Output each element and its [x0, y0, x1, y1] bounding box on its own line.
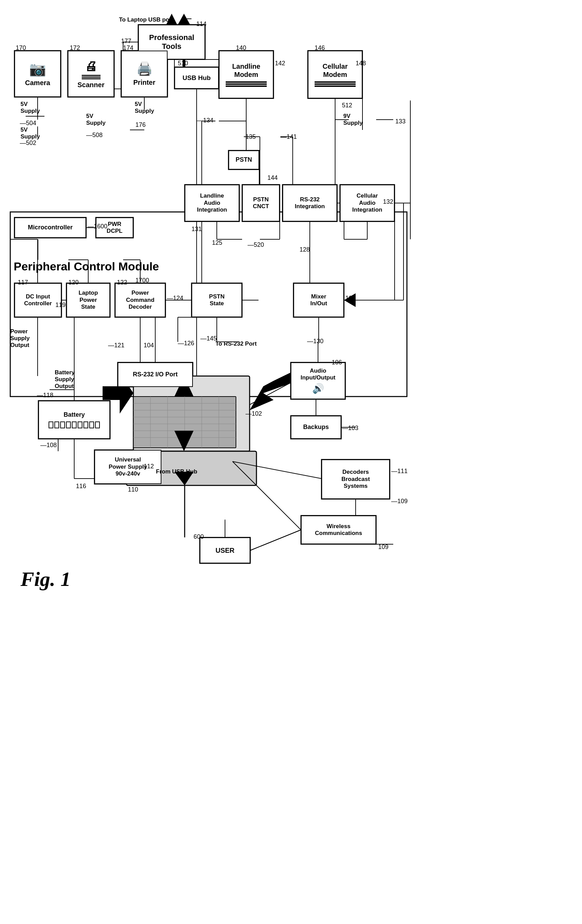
box-power-command: PowerCommandDecoder: [115, 283, 165, 317]
box-landline-modem: LandlineModem: [219, 51, 274, 99]
pwr-dcpl-label: PWRDCPL: [107, 221, 122, 235]
power-command-label: PowerCommandDecoder: [126, 290, 154, 310]
box-user: USER: [200, 537, 250, 563]
svg-rect-114: [133, 376, 250, 451]
ref-1700: 1700: [136, 277, 149, 284]
ref-108: —108: [40, 442, 57, 449]
universal-power-label: UniversalPower Supply90v-240v: [109, 456, 147, 477]
ref-141: —141: [280, 133, 297, 140]
ref-508: —508: [86, 132, 103, 139]
ref-110: 110: [128, 486, 138, 493]
box-laptop-power: LaptopPowerState: [66, 283, 110, 317]
audio-io-label: AudioInput/Output: [301, 368, 336, 381]
svg-line-95: [250, 530, 301, 550]
speaker-icon: 🔊: [312, 383, 324, 394]
ref-116: 116: [76, 483, 86, 490]
landline-modem-label: LandlineModem: [232, 62, 260, 79]
label-to-rs232: To RS-232 Port: [215, 340, 257, 347]
ref-148: 148: [355, 60, 366, 67]
box-battery: Battery: [38, 401, 110, 439]
svg-line-136: [250, 530, 301, 550]
laptop-power-label: LaptopPowerState: [79, 290, 98, 310]
ref-510: 510: [178, 60, 188, 67]
label-5v-cam2: 5VSupply: [20, 127, 40, 140]
pcm-title: Peripheral Control Module: [14, 260, 159, 273]
camera-icon: 📷: [29, 61, 46, 77]
ref-102: —102: [246, 410, 262, 417]
cellular-audio-label: CellularAudioIntegration: [352, 193, 382, 213]
box-pstn-cnct: PSTNCNCT: [242, 185, 280, 221]
svg-marker-98: [164, 437, 178, 448]
ref-111: —111: [391, 468, 408, 475]
ref-124: —124: [167, 295, 183, 302]
rs232-integration-label: RS-232Integration: [295, 196, 325, 210]
box-printer: 🖨️ Printer: [121, 51, 167, 97]
box-mixer: MixerIn/Out: [293, 283, 344, 317]
backups-label: Backups: [303, 424, 329, 431]
microcontroller-label: Microcontroller: [28, 224, 73, 231]
cellular-modem-label: CellularModem: [322, 62, 347, 79]
rs232-port-label: RS-232 I/O Port: [133, 371, 177, 378]
ref-174: 174: [123, 45, 133, 52]
ref-126: —126: [178, 340, 194, 347]
svg-line-99: [240, 381, 294, 410]
ref-106: 106: [332, 359, 342, 366]
box-landline-audio: LandlineAudioIntegration: [185, 185, 240, 221]
ref-140: 140: [236, 45, 246, 52]
box-pstn-state: PSTNState: [192, 283, 242, 317]
ref-122: 122: [117, 279, 127, 286]
box-usb-hub: USB Hub: [174, 67, 219, 89]
label-9v: 9VSupply: [343, 113, 363, 127]
ref-120: 120: [68, 279, 79, 286]
box-pstn-small: PSTN: [228, 150, 259, 170]
professional-tools-label: Professional Tools: [139, 33, 205, 51]
ref-125: 125: [212, 239, 222, 246]
box-camera: 📷 Camera: [14, 51, 61, 97]
ref-103: —103: [342, 424, 358, 432]
svg-marker-129: [174, 431, 193, 451]
ref-118: —118: [37, 392, 53, 399]
box-wireless: WirelessCommunications: [301, 515, 376, 544]
pstn-cnct-label: PSTNCNCT: [253, 196, 269, 210]
ref-144: 144: [268, 174, 278, 182]
box-microcontroller: Microcontroller: [14, 218, 86, 238]
ref-121: —121: [108, 342, 124, 349]
ref-133: 133: [395, 118, 405, 125]
ref-128: 128: [299, 246, 310, 253]
dc-input-label: DC InputController: [24, 293, 51, 307]
ref-109a: —109: [391, 498, 408, 505]
printer-label: Printer: [133, 78, 155, 86]
wireless-label: WirelessCommunications: [315, 523, 362, 537]
box-rs232-port: RS-232 I/O Port: [117, 362, 193, 387]
landline-audio-label: LandlineAudioIntegration: [197, 193, 227, 213]
ref-170: 170: [16, 45, 26, 52]
box-scanner: 🖨 Scanner: [68, 51, 114, 97]
scanner-label: Scanner: [78, 81, 105, 89]
ref-104: 104: [144, 342, 154, 349]
scanner-icon: 🖨: [85, 59, 97, 74]
ref-502: —502: [20, 139, 36, 147]
ref-177: 177: [121, 38, 131, 45]
box-decoders: DecodersBroadcastSystems: [321, 459, 390, 499]
label-5v-cam: 5VSupply: [20, 101, 40, 114]
printer-icon: 🖨️: [136, 61, 152, 77]
svg-line-134: [233, 462, 321, 478]
ref-100: 100: [346, 295, 355, 302]
camera-label: Camera: [25, 79, 50, 87]
ref-134: —134: [197, 117, 213, 124]
ref-1600: —1600: [88, 223, 107, 230]
ref-112: 112: [144, 463, 154, 470]
box-cellular-modem: CellularModem: [308, 51, 362, 99]
decoders-label: DecodersBroadcastSystems: [341, 469, 370, 490]
ref-135: 135: [246, 133, 256, 140]
ref-145: —145: [200, 335, 217, 342]
usb-hub-label: USB Hub: [183, 74, 211, 82]
label-5v-usb: 5VSupply: [135, 101, 154, 114]
label-power-supply-output: PowerSupplyOutput: [10, 328, 30, 349]
ref-146: 146: [314, 45, 325, 52]
mixer-label: MixerIn/Out: [310, 293, 327, 307]
ref-117: 117: [18, 279, 28, 286]
ref-176: 176: [136, 121, 146, 129]
battery-label: Battery: [64, 411, 85, 419]
ref-600: 600: [193, 533, 204, 540]
